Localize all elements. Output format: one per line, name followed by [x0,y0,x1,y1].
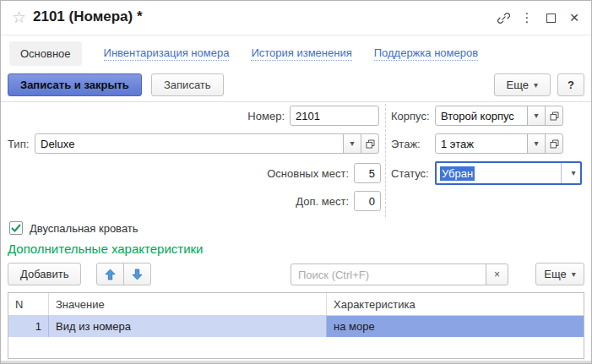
col-header-characteristic[interactable]: Характеристика [327,293,584,315]
status-combo[interactable]: Убран ▾ [435,161,582,185]
cell-characteristic[interactable]: на море [327,316,584,337]
favorite-star-icon[interactable]: ☆ [12,8,26,27]
extra-beds-input[interactable] [354,191,381,211]
tab-inventory[interactable]: Инвентаризация номера [104,46,230,61]
tab-history[interactable]: История изменения [251,46,351,61]
clear-search-button[interactable]: × [486,263,508,285]
building-label: Корпус: [391,110,435,122]
floor-open-button[interactable] [545,133,563,154]
chevron-down-icon: ▾ [571,169,575,177]
move-down-button[interactable] [123,263,151,285]
building-open-button[interactable] [545,106,563,126]
tab-bar: Основное Инвентаризация номера История и… [9,41,478,66]
table-header: N Значение Характеристика [8,293,584,316]
arrow-down-icon [132,269,143,280]
move-buttons [96,263,151,285]
col-header-n[interactable]: N [8,293,49,315]
chevron-down-icon: ▾ [534,139,538,148]
number-label: Номер: [1,110,285,122]
chevron-down-icon: ▾ [572,270,576,279]
title-separator [1,35,591,35]
table-row[interactable]: 1 Вид из номера на море [8,316,584,337]
tab-support[interactable]: Поддержка номеров [374,46,478,61]
floor-label: Этаж: [391,138,435,150]
type-label: Тип: [8,138,35,150]
col-header-value[interactable]: Значение [49,293,327,315]
command-bar: Записать и закрыть Записать Еще▾ ? [1,73,591,99]
open-icon [366,139,375,149]
window-controls: ⋮ × [492,8,586,28]
save-and-close-button[interactable]: Записать и закрыть [8,73,142,96]
number-input[interactable] [290,106,379,126]
type-open-button[interactable] [361,133,379,154]
more-vert-icon[interactable]: ⋮ [515,8,539,28]
close-icon[interactable]: × [562,8,586,28]
status-dropdown-button[interactable]: ▾ [562,163,580,183]
arrow-up-icon [105,269,116,280]
section-title: Дополнительные характеристики [8,242,203,256]
status-value: Убран [440,166,475,181]
command-bar-separator [1,101,591,102]
open-icon [550,111,559,121]
chevron-down-icon: ▾ [534,111,538,120]
chevron-down-icon: ▾ [350,139,354,148]
list-toolbar: Добавить × Еще▾ [1,263,591,286]
extra-beds-label: Доп. мест: [1,195,349,208]
chevron-down-icon: ▾ [534,81,538,90]
status-label: Статус: [391,167,435,180]
save-button[interactable]: Записать [151,73,224,96]
window-bottom-edge [1,361,591,363]
building-dropdown-button[interactable]: ▾ [527,106,546,126]
checkbox-check-icon [9,221,23,235]
cell-row-number[interactable]: 1 [8,316,49,337]
get-link-icon[interactable] [492,8,515,28]
more-button-label: Еще [507,79,529,91]
type-dropdown-button[interactable]: ▾ [343,133,361,154]
type-input[interactable] [35,133,344,154]
help-button[interactable]: ? [557,73,584,96]
building-input[interactable] [435,106,528,126]
list-more-label: Еще [544,268,566,280]
main-beds-label: Основных мест: [1,167,349,180]
search-input[interactable] [291,263,486,285]
cell-value[interactable]: Вид из номера [49,316,327,337]
main-beds-input[interactable] [354,163,381,183]
characteristics-table: N Значение Характеристика 1 Вид из номер… [8,292,584,359]
list-more-button[interactable]: Еще▾ [535,263,584,285]
tab-main[interactable]: Основное [9,41,82,66]
move-up-button[interactable] [96,263,124,285]
search-box: × [291,263,508,285]
floor-input[interactable] [435,133,528,154]
double-bed-label: Двуспальная кровать [30,222,138,235]
more-button[interactable]: Еще▾ [494,73,551,96]
page-title: 2101 (Номера) * [33,8,143,25]
column-divider [385,104,386,217]
floor-dropdown-button[interactable]: ▾ [527,133,546,154]
double-bed-checkbox[interactable]: Двуспальная кровать [9,221,138,235]
maximize-icon[interactable] [539,8,562,28]
open-icon [550,139,559,149]
window: ☆ 2101 (Номера) * ⋮ × Основное Инвентари… [0,0,592,364]
add-button[interactable]: Добавить [8,263,81,285]
